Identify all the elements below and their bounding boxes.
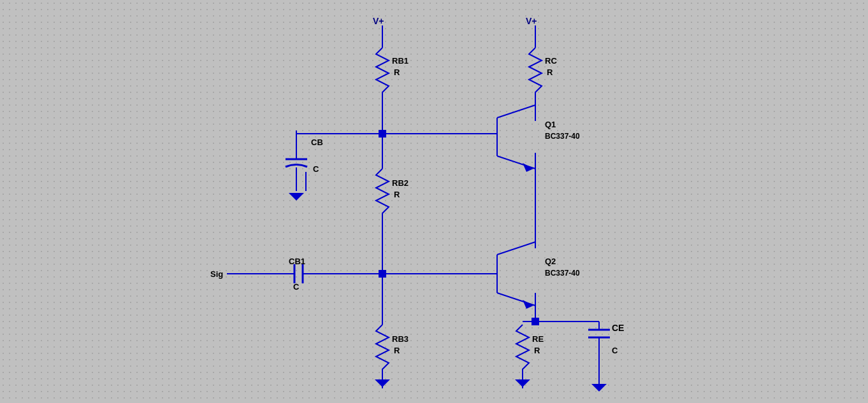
q1-label: Q1 [545, 120, 556, 129]
rb3-label: RB3 [392, 334, 409, 344]
vcc1-label: V+ [373, 16, 384, 26]
re-label: RE [532, 334, 544, 344]
rb1-resistor [376, 48, 389, 102]
rb1-label: RB1 [392, 56, 409, 66]
sig-label: Sig [210, 269, 223, 279]
gnd-ce [591, 384, 607, 392]
gnd-cb [289, 193, 304, 201]
ce-label: CE [612, 323, 624, 333]
cb1-label: CB1 [289, 257, 305, 266]
rb2-sublabel: R [394, 190, 400, 199]
ce-sublabel: C [612, 346, 618, 355]
rc-resistor [529, 48, 542, 102]
node-rb1-rb2-q1base [379, 130, 386, 138]
gnd-re [515, 379, 530, 387]
re-sublabel: R [534, 346, 540, 355]
q2-sublabel: BC337-40 [545, 269, 580, 278]
rc-label: RC [545, 56, 557, 66]
rb3-resistor [376, 325, 389, 379]
rb1-sublabel: R [394, 67, 400, 77]
svg-line-37 [497, 105, 535, 118]
re-resistor [516, 325, 529, 379]
gnd-rb3 [375, 379, 390, 387]
cb1-sublabel: C [293, 282, 300, 292]
rb3-sublabel: R [394, 346, 400, 355]
cb-label: CB [311, 138, 323, 147]
rb2-label: RB2 [392, 178, 409, 188]
cb-sublabel: C [313, 164, 319, 174]
q1-sublabel: BC337-40 [545, 132, 580, 141]
schematic-canvas: V+ V+ RB1 R RC R RB2 R RB3 R RE R CB C [0, 0, 868, 403]
rc-sublabel: R [547, 67, 553, 77]
vcc2-label: V+ [526, 16, 537, 26]
rb2-resistor [376, 169, 389, 223]
svg-line-42 [497, 242, 535, 255]
node-rb2-rb3-q2base [379, 270, 386, 278]
q2-label: Q2 [545, 257, 556, 266]
